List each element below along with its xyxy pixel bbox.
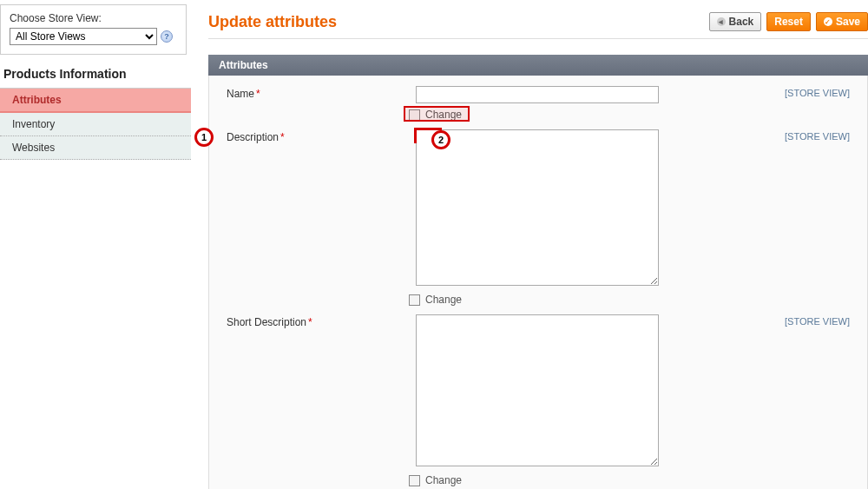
divider: [208, 38, 868, 39]
back-button[interactable]: ◂ Back: [709, 12, 762, 31]
sidebar-title: Products Information: [0, 55, 191, 88]
store-view-row: All Store Views ?: [10, 28, 177, 45]
help-icon[interactable]: ?: [161, 30, 173, 43]
header-buttons: ◂ Back Reset ✓ Save: [709, 12, 868, 31]
description-scope: [STORE VIEW]: [683, 129, 850, 288]
name-change-label: Change: [425, 109, 462, 121]
description-change-checkbox[interactable]: [409, 294, 420, 306]
form-area: Name* [STORE VIEW] Change Description* […: [208, 76, 868, 489]
row-description: Description* [STORE VIEW]: [227, 129, 850, 288]
store-view-label: Choose Store View:: [10, 12, 177, 24]
name-input[interactable]: [416, 86, 659, 103]
save-label: Save: [836, 16, 860, 28]
description-input-cell: [416, 129, 676, 288]
back-icon: ◂: [717, 17, 726, 26]
name-change-checkbox[interactable]: [409, 109, 420, 121]
description-change-label: Change: [425, 294, 462, 306]
sidebar: Choose Store View: All Store Views ? Pro…: [0, 0, 191, 489]
description-change-row: Change: [409, 294, 850, 306]
name-scope: [STORE VIEW]: [683, 86, 850, 103]
short-description-change-checkbox[interactable]: [409, 475, 420, 486]
short-description-change-row: Change: [409, 474, 850, 486]
tab-label: Inventory: [12, 118, 55, 130]
required-asterisk: *: [280, 131, 285, 143]
store-view-select[interactable]: All Store Views: [10, 28, 157, 45]
short-description-textarea[interactable]: [416, 314, 659, 466]
description-textarea[interactable]: [416, 129, 659, 286]
page-title: Update attributes: [208, 13, 337, 31]
annotation-1: 1: [194, 128, 214, 147]
panel-title: Attributes: [208, 55, 868, 76]
tab-inventory[interactable]: Inventory: [0, 113, 191, 136]
short-description-scope: [STORE VIEW]: [683, 314, 850, 469]
annotation-2: 2: [431, 130, 450, 149]
check-icon: ✓: [824, 17, 832, 26]
required-asterisk: *: [256, 88, 260, 100]
tab-label: Websites: [12, 142, 55, 154]
short-description-input-cell: [416, 314, 676, 469]
reset-label: Reset: [774, 16, 803, 28]
row-name: Name* [STORE VIEW]: [227, 86, 850, 103]
sidebar-tabs: Attributes Inventory Websites: [0, 88, 191, 160]
name-input-cell: [416, 86, 676, 103]
tab-label: Attributes: [12, 94, 62, 106]
row-short-description: Short Description* [STORE VIEW]: [227, 314, 850, 469]
tab-attributes[interactable]: Attributes: [0, 89, 191, 113]
store-view-box: Choose Store View: All Store Views ?: [0, 4, 187, 55]
short-description-change-label: Change: [425, 474, 462, 486]
main: Update attributes ◂ Back Reset ✓ Save At…: [208, 0, 868, 489]
required-asterisk: *: [308, 316, 312, 328]
save-button[interactable]: ✓ Save: [816, 12, 868, 31]
name-label: Name*: [227, 86, 409, 103]
back-label: Back: [729, 16, 754, 28]
reset-button[interactable]: Reset: [766, 12, 811, 31]
name-change-row: Change: [409, 109, 850, 121]
short-description-label: Short Description*: [227, 314, 409, 469]
description-label: Description*: [227, 129, 409, 288]
tab-websites[interactable]: Websites: [0, 136, 191, 160]
header: Update attributes ◂ Back Reset ✓ Save: [208, 0, 868, 38]
